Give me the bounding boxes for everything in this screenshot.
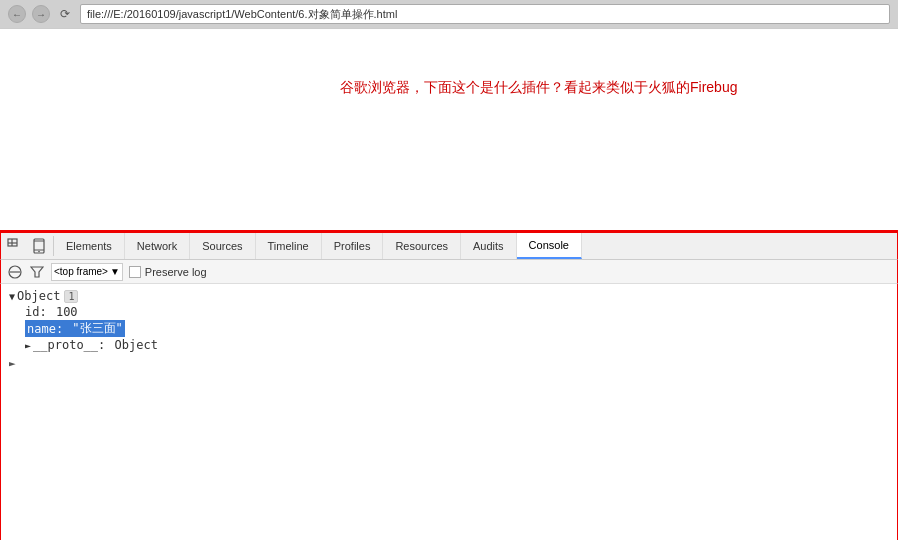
prop-id-value: 100	[49, 305, 78, 319]
devtools-left-icons	[1, 236, 54, 256]
prop-proto-line[interactable]: ► __proto__: Object	[25, 337, 889, 353]
tab-audits[interactable]: Audits	[461, 233, 517, 259]
refresh-button[interactable]: ⟳	[56, 5, 74, 23]
object-badge: 1	[64, 290, 78, 303]
filter-icon[interactable]	[29, 264, 45, 280]
prop-proto-value: Object	[107, 338, 158, 352]
tab-console[interactable]: Console	[517, 233, 582, 259]
annotation-text: 谷歌浏览器，下面这个是什么插件？看起来类似于火狐的Firebug	[340, 79, 737, 97]
tab-sources[interactable]: Sources	[190, 233, 255, 259]
back-button[interactable]: ←	[8, 5, 26, 23]
console-expand-left[interactable]: ►	[9, 357, 889, 370]
clear-console-icon[interactable]	[7, 264, 23, 280]
object-root-line[interactable]: ▼ Object 1	[9, 288, 889, 304]
proto-expand-arrow[interactable]: ►	[25, 340, 31, 351]
frame-selector[interactable]: <top frame> ▼	[51, 263, 123, 281]
tab-elements[interactable]: Elements	[54, 233, 125, 259]
address-bar[interactable]: file:///E:/20160109/javascript1/WebConte…	[80, 4, 890, 24]
console-toolbar: <top frame> ▼ Preserve log	[0, 260, 898, 284]
preserve-log-checkbox[interactable]	[129, 266, 141, 278]
object-expand-arrow[interactable]: ▼	[9, 291, 15, 302]
inspect-icon[interactable]	[5, 236, 25, 256]
prop-name-line[interactable]: name: "张三面"	[25, 320, 125, 337]
tab-network[interactable]: Network	[125, 233, 190, 259]
prop-id-line: id: 100	[25, 304, 889, 320]
devtools-panel: Elements Network Sources Timeline Profil…	[0, 230, 898, 540]
forward-button[interactable]: →	[32, 5, 50, 23]
tab-resources[interactable]: Resources	[383, 233, 461, 259]
console-content: ▼ Object 1 id: 100 name: "张三面" ► __proto…	[0, 284, 898, 540]
tab-timeline[interactable]: Timeline	[256, 233, 322, 259]
page-content: 谷歌浏览器，下面这个是什么插件？看起来类似于火狐的Firebug	[0, 29, 898, 229]
devtools-tabs: Elements Network Sources Timeline Profil…	[54, 233, 897, 259]
prop-id-key: id:	[25, 305, 47, 319]
object-label: Object	[17, 289, 60, 303]
console-object: ▼ Object 1 id: 100 name: "张三面" ► __proto…	[9, 288, 889, 353]
preserve-log-area: Preserve log	[129, 266, 207, 278]
title-bar: ← → ⟳ file:///E:/20160109/javascript1/We…	[0, 0, 898, 28]
svg-marker-9	[31, 267, 43, 277]
mobile-icon[interactable]	[29, 236, 49, 256]
svg-point-6	[38, 251, 40, 253]
browser-chrome: ← → ⟳ file:///E:/20160109/javascript1/We…	[0, 0, 898, 29]
address-text: file:///E:/20160109/javascript1/WebConte…	[87, 7, 397, 22]
tab-profiles[interactable]: Profiles	[322, 233, 384, 259]
preserve-log-label: Preserve log	[145, 266, 207, 278]
prop-name-key: name:	[27, 322, 63, 336]
devtools-toolbar: Elements Network Sources Timeline Profil…	[0, 232, 898, 260]
prop-name-value: "张三面"	[65, 320, 123, 337]
prop-proto-key: __proto__:	[33, 338, 105, 352]
